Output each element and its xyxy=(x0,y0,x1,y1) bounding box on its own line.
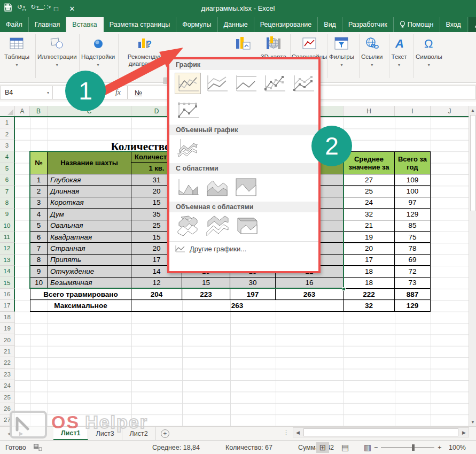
addins-group-button[interactable]: Надстройки ▾ xyxy=(81,34,115,68)
cell-total[interactable]: 73 xyxy=(395,278,431,289)
row-number[interactable]: 12 xyxy=(0,243,15,254)
cell-num[interactable]: 7 xyxy=(30,243,48,254)
row-number[interactable]: 9 xyxy=(0,209,15,220)
page-layout-view-icon[interactable]: ▤ xyxy=(339,442,352,453)
cell-num[interactable]: 6 xyxy=(30,232,48,243)
share-button[interactable]: Общий доступ xyxy=(469,17,476,32)
area-3d-chart-option[interactable] xyxy=(175,215,201,236)
combo-chart-button[interactable] xyxy=(234,34,252,53)
cell-total[interactable]: 69 xyxy=(395,255,431,266)
cell-q2[interactable]: 15 xyxy=(182,278,230,289)
stacked-line-100-with-markers-chart-option[interactable] xyxy=(175,99,201,121)
cell-avg[interactable]: 19 xyxy=(344,232,395,243)
row-number[interactable]: 21 xyxy=(0,346,15,357)
stacked-area-100-chart-option[interactable] xyxy=(232,176,259,198)
cell-total[interactable]: 109 xyxy=(395,174,431,186)
column-header-i[interactable]: I xyxy=(395,106,431,116)
cell-avg[interactable]: 18 xyxy=(344,278,395,289)
macro-record-icon[interactable] xyxy=(34,444,42,451)
row-number[interactable]: 11 xyxy=(0,232,15,243)
scroll-up-icon[interactable]: ▲ xyxy=(469,106,476,114)
cell-name[interactable]: Безымянная xyxy=(48,278,131,289)
cell-num[interactable]: 1 xyxy=(30,174,48,186)
cell-avg[interactable]: 25 xyxy=(344,186,395,197)
row-number[interactable]: 24 xyxy=(0,380,15,391)
tab-file[interactable]: Файл xyxy=(0,17,29,32)
area-chart-option[interactable] xyxy=(175,176,201,198)
stacked-line-with-markers-chart-option[interactable] xyxy=(290,73,316,94)
cell-name[interactable]: Овальная xyxy=(48,220,131,232)
cell-total[interactable]: 78 xyxy=(395,243,431,254)
scroll-right-icon[interactable]: ▶ xyxy=(459,430,469,435)
header-year-total[interactable]: Всего за год xyxy=(395,151,431,174)
cell-total[interactable]: 72 xyxy=(395,266,431,277)
tab-data[interactable]: Данные xyxy=(218,17,254,32)
insert-function-button[interactable]: fx xyxy=(115,88,121,97)
row-number[interactable]: 23 xyxy=(0,369,15,380)
totals-q4[interactable]: 263 xyxy=(276,289,344,300)
cell-total[interactable]: 129 xyxy=(395,209,431,220)
tab-home[interactable]: Главная xyxy=(29,17,67,32)
tab-developer[interactable]: Разработчик xyxy=(342,17,394,32)
recommended-charts-button[interactable]: ? Рекомендуе диаграммы xyxy=(122,34,168,67)
tab-tell-me[interactable]: Помощн xyxy=(394,17,440,32)
totals-q2[interactable]: 223 xyxy=(182,289,230,300)
cell-avg[interactable]: 20 xyxy=(344,243,395,254)
header-mine-name[interactable]: Название шахты xyxy=(48,151,131,174)
row-number[interactable]: 1 xyxy=(0,117,15,128)
totals-q1[interactable]: 204 xyxy=(131,289,182,300)
tab-view[interactable]: Вид xyxy=(318,17,342,32)
cell-avg[interactable]: 21 xyxy=(344,220,395,232)
page-break-view-icon[interactable]: ▥ xyxy=(361,442,374,453)
illustrations-group-button[interactable]: Иллюстрации ▾ xyxy=(37,34,77,68)
tab-review[interactable]: Рецензирование xyxy=(254,17,318,32)
totals-avg[interactable]: 222 xyxy=(344,289,395,300)
row-number[interactable]: 5 xyxy=(0,163,15,174)
name-box-dropdown-icon[interactable]: ▾ xyxy=(47,90,49,95)
line-chart-option[interactable] xyxy=(175,73,201,94)
row-number[interactable]: 14 xyxy=(0,266,15,277)
cell-name[interactable]: Припять xyxy=(48,255,131,266)
cell-num[interactable]: 10 xyxy=(30,278,48,289)
zoom-in-button[interactable]: + xyxy=(438,444,441,451)
max-avg[interactable]: 32 xyxy=(344,300,395,312)
cell-name[interactable]: Странная xyxy=(48,243,131,254)
status-average[interactable]: Среднее: 18,84 xyxy=(152,444,200,451)
tab-page-layout[interactable]: Разметка страницы xyxy=(104,17,176,32)
row-number[interactable]: 7 xyxy=(0,186,15,197)
zoom-slider[interactable] xyxy=(381,447,434,448)
row-number[interactable]: 20 xyxy=(0,334,15,345)
max-total[interactable]: 129 xyxy=(395,300,431,312)
new-sheet-button[interactable]: + xyxy=(156,427,174,440)
tab-insert[interactable]: Вставка xyxy=(66,17,103,32)
row-number[interactable]: 2 xyxy=(0,128,15,140)
max-value[interactable]: 263 xyxy=(131,300,344,312)
cell-name[interactable]: Короткая xyxy=(48,197,131,209)
cell-num[interactable]: 2 xyxy=(30,186,48,197)
cell-name[interactable]: Отчуждение xyxy=(48,266,131,277)
fill-handle[interactable] xyxy=(342,287,346,291)
cell-name[interactable]: Квадратная xyxy=(48,232,131,243)
cell-q4[interactable]: 16 xyxy=(276,278,344,289)
symbols-group-button[interactable]: Ω Символы ▾ xyxy=(416,34,442,68)
horizontal-scroll-thumb[interactable] xyxy=(303,428,458,436)
vertical-scrollbar[interactable]: ▲ ▼ xyxy=(469,106,476,426)
column-header-j[interactable]: J xyxy=(431,106,469,116)
scrollbar-resize-dots[interactable]: ⋮ xyxy=(283,429,290,436)
cell-q3[interactable]: 30 xyxy=(230,278,276,289)
stacked-line-chart-option[interactable] xyxy=(204,73,230,94)
filters-group-button[interactable]: Фильтры ▾ xyxy=(329,34,354,68)
cell-total[interactable]: 75 xyxy=(395,232,431,243)
line-with-markers-chart-option[interactable] xyxy=(261,73,287,94)
text-group-button[interactable]: A Текст ▾ xyxy=(390,34,408,68)
sign-in-button[interactable]: Вход xyxy=(440,17,467,32)
cell-name[interactable]: Длинная xyxy=(48,186,131,197)
row-number[interactable]: 22 xyxy=(0,357,15,368)
cell-num[interactable]: 4 xyxy=(30,209,48,220)
zoom-percentage[interactable]: 100% xyxy=(449,444,466,451)
scroll-left-icon[interactable]: ◀ xyxy=(293,430,302,435)
column-header-b[interactable]: B xyxy=(30,106,48,116)
stacked-area-3d-chart-option[interactable] xyxy=(204,215,230,236)
select-all-corner[interactable] xyxy=(0,106,15,116)
cell-q1[interactable]: 12 xyxy=(131,278,182,289)
